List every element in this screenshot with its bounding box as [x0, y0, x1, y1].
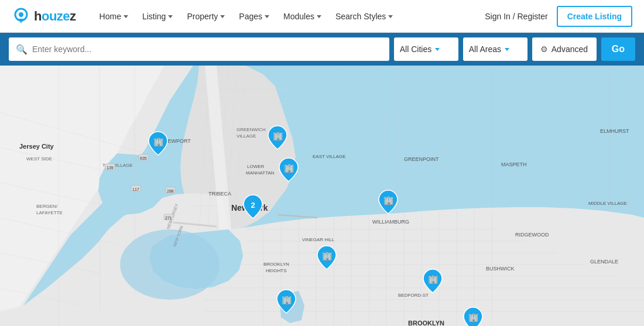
building-icon: 🏢	[273, 131, 283, 140]
svg-text:MASPETH: MASPETH	[501, 162, 527, 167]
svg-text:TRIBECA: TRIBECA	[208, 191, 231, 197]
create-listing-button[interactable]: Create Listing	[557, 6, 632, 27]
advanced-button[interactable]: ⚙ Advanced	[532, 37, 597, 61]
svg-text:MIDDLE VILLAGE: MIDDLE VILLAGE	[588, 201, 627, 206]
marker-count: 2	[251, 201, 255, 210]
svg-text:BROOKLYN: BROOKLYN	[263, 262, 289, 267]
map-marker-count[interactable]: 2	[242, 194, 263, 219]
svg-text:Jersey City: Jersey City	[19, 143, 54, 150]
search-icon: 🔍	[16, 44, 28, 55]
navbar: houzez Home Listing Property Pages Modul…	[0, 0, 644, 33]
svg-text:288: 288	[167, 189, 174, 193]
map-marker[interactable]: 🏢	[316, 245, 337, 270]
svg-text:635: 635	[140, 156, 147, 160]
svg-text:GREENPOINT: GREENPOINT	[404, 156, 439, 162]
map-marker[interactable]: 🏢	[267, 125, 288, 150]
nav-right: Sign In / Register Create Listing	[485, 6, 632, 27]
cities-chevron-icon	[435, 48, 440, 51]
search-input-wrap: 🔍	[9, 37, 389, 61]
chevron-down-icon	[317, 15, 321, 18]
svg-text:HEIGHTS: HEIGHTS	[266, 268, 287, 273]
nav-item-pages[interactable]: Pages	[233, 8, 275, 25]
nav-items: Home Listing Property Pages Modules Sear…	[94, 8, 485, 25]
map-marker[interactable]: 🏢	[278, 157, 299, 183]
svg-text:271: 271	[165, 216, 172, 220]
areas-chevron-icon	[505, 48, 509, 51]
cities-select-wrap[interactable]: All Cities	[394, 37, 458, 61]
svg-text:GLENDALE: GLENDALE	[590, 259, 618, 265]
nav-item-modules[interactable]: Modules	[278, 8, 327, 25]
building-icon: 🏢	[282, 295, 292, 304]
advanced-label: Advanced	[551, 44, 588, 54]
sign-in-link[interactable]: Sign In / Register	[485, 12, 547, 21]
svg-text:BROOKLYN: BROOKLYN	[408, 320, 444, 326]
chevron-down-icon	[168, 15, 173, 18]
svg-text:EAST VILLAGE: EAST VILLAGE	[313, 154, 345, 159]
nav-item-home[interactable]: Home	[94, 8, 134, 25]
svg-text:VILLAGE: VILLAGE	[237, 133, 256, 139]
building-icon: 🏢	[428, 274, 438, 284]
chevron-down-icon	[388, 15, 393, 18]
logo[interactable]: houzez	[12, 7, 76, 26]
svg-text:VINEGAR HILL: VINEGAR HILL	[302, 237, 335, 242]
svg-text:GREENWICH: GREENWICH	[237, 127, 266, 132]
svg-text:139: 139	[107, 166, 114, 170]
map-marker[interactable]: 🏢	[378, 189, 399, 215]
svg-text:BUSHWICK: BUSHWICK	[486, 266, 515, 272]
svg-point-1	[19, 12, 23, 17]
map-marker[interactable]: 🏢	[276, 289, 297, 314]
logo-icon	[12, 7, 30, 26]
svg-text:MANHATTAN: MANHATTAN	[246, 170, 275, 176]
map-container: Jersey City WEST SIDE THE VILLAGE BERGEN…	[0, 66, 644, 326]
areas-select-wrap[interactable]: All Areas	[463, 37, 527, 61]
logo-text: houzez	[34, 9, 76, 24]
nav-item-listing[interactable]: Listing	[136, 8, 179, 25]
building-icon: 🏢	[322, 251, 332, 260]
svg-text:RIDGEWOOD: RIDGEWOOD	[515, 232, 549, 238]
building-icon: 🏢	[468, 313, 478, 322]
map-svg: Jersey City WEST SIDE THE VILLAGE BERGEN…	[0, 66, 644, 326]
building-icon: 🏢	[383, 195, 393, 205]
svg-text:ELMHURST: ELMHURST	[600, 128, 629, 134]
areas-label: All Areas	[469, 44, 501, 54]
svg-text:WILLIAMBURG: WILLIAMBURG	[372, 219, 409, 225]
svg-text:WEST SIDE: WEST SIDE	[26, 156, 52, 162]
svg-text:LOWER: LOWER	[247, 164, 265, 169]
search-input[interactable]	[32, 44, 382, 54]
map-marker[interactable]: 🏢	[463, 306, 484, 326]
map-marker[interactable]: 🏢	[422, 268, 443, 294]
chevron-down-icon	[124, 15, 128, 18]
svg-text:BERGEN/: BERGEN/	[36, 204, 58, 209]
search-bar: 🔍 All Cities All Areas ⚙ Advanced Go	[0, 33, 644, 66]
svg-point-63	[120, 229, 220, 300]
cities-label: All Cities	[400, 44, 431, 54]
chevron-down-icon	[265, 15, 269, 18]
go-button[interactable]: Go	[601, 37, 635, 61]
nav-item-search-styles[interactable]: Search Styles	[330, 8, 399, 25]
map-marker[interactable]: 🏢	[148, 131, 169, 156]
svg-text:117: 117	[132, 187, 139, 191]
svg-text:LAFAYETTE: LAFAYETTE	[36, 210, 63, 215]
nav-item-property[interactable]: Property	[181, 8, 231, 25]
building-icon: 🏢	[153, 137, 163, 146]
gear-icon: ⚙	[540, 44, 548, 54]
building-icon: 🏢	[284, 163, 294, 173]
chevron-down-icon	[220, 15, 225, 18]
